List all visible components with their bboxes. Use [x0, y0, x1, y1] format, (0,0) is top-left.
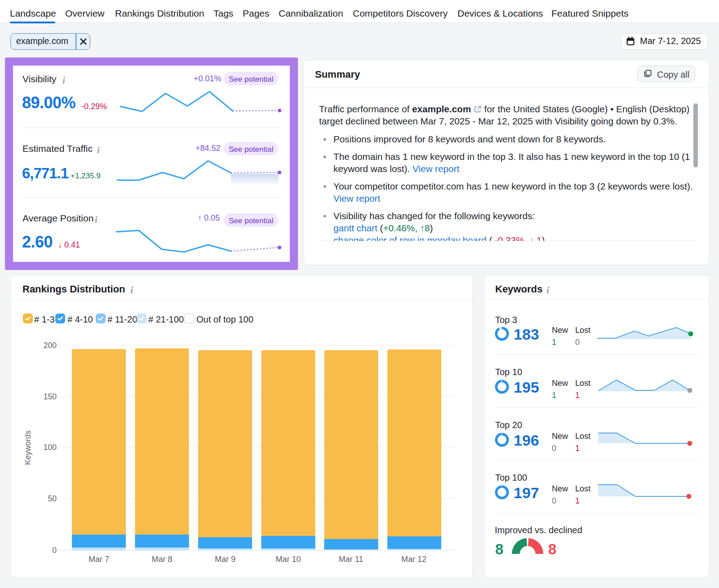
svg-text:100: 100 — [44, 443, 57, 452]
svg-text:200: 200 — [44, 341, 57, 350]
svg-text:Mar 11: Mar 11 — [339, 555, 364, 564]
svg-text:Mar 8: Mar 8 — [151, 555, 172, 564]
svg-text:Mar 10: Mar 10 — [275, 555, 301, 564]
svg-text:Mar 7: Mar 7 — [89, 555, 109, 564]
svg-text:50: 50 — [48, 494, 57, 503]
svg-text:Mar 12: Mar 12 — [401, 555, 426, 564]
svg-text:0: 0 — [52, 546, 57, 555]
svg-text:150: 150 — [44, 392, 57, 401]
svg-text:Mar 9: Mar 9 — [215, 555, 235, 564]
